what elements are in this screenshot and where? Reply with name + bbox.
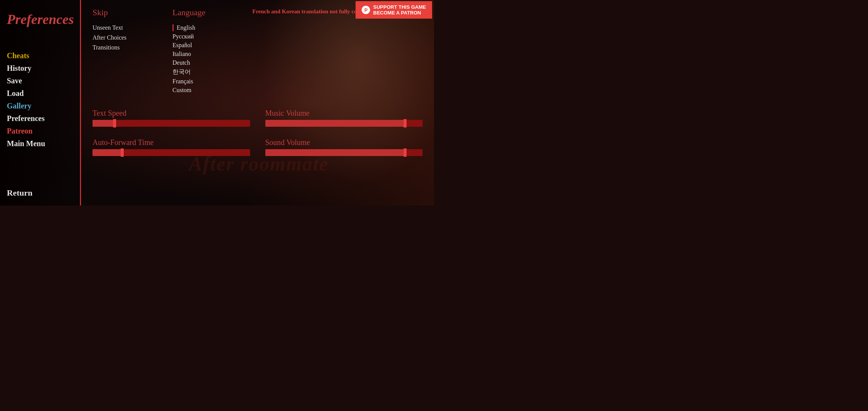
bottom-section: Text Speed Auto-Forward Time <box>93 109 423 161</box>
nav-item-save[interactable]: Save <box>7 75 73 86</box>
music-volume-thumb[interactable] <box>404 119 407 127</box>
language-title: Language <box>172 8 237 18</box>
sound-volume-thumb[interactable] <box>404 148 407 157</box>
skip-transitions[interactable]: Transitions <box>93 44 157 51</box>
auto-forward-track <box>93 149 250 156</box>
lang-custom[interactable]: Custom <box>172 87 237 94</box>
lang-english[interactable]: English <box>172 24 237 31</box>
right-sliders: Music Volume Sound Volume <box>265 109 423 161</box>
patreon-button-text: SUPPORT THIS GAME BECOME A PATRON <box>373 4 426 16</box>
sound-volume-track <box>265 149 423 156</box>
auto-forward-thumb[interactable] <box>121 148 124 157</box>
text-speed-thumb[interactable] <box>113 119 116 127</box>
skip-items: Unseen Text After Choices Transitions <box>93 24 157 51</box>
left-sliders: Text Speed Auto-Forward Time <box>93 109 250 161</box>
skip-unseen-text[interactable]: Unseen Text <box>93 24 157 31</box>
patreon-support-button[interactable]: SUPPORT THIS GAME BECOME A PATRON <box>356 1 432 19</box>
lang-korean[interactable]: 한국어 <box>172 68 237 76</box>
skip-after-choices[interactable]: After Choices <box>93 34 157 41</box>
music-volume-label: Music Volume <box>265 109 423 118</box>
nav-menu: Cheats History Save Load Gallery Prefere… <box>7 50 73 184</box>
sidebar: Preferences Cheats History Save Load Gal… <box>0 0 80 206</box>
auto-forward-fill <box>93 149 121 156</box>
nav-item-gallery[interactable]: Gallery <box>7 100 73 112</box>
sidebar-divider <box>80 0 81 206</box>
nav-item-cheats[interactable]: Cheats <box>7 50 73 61</box>
nav-item-history[interactable]: History <box>7 63 73 74</box>
language-section: Language English Русский Español Italian… <box>172 8 237 94</box>
nav-item-patreon[interactable]: Patreon <box>7 126 73 137</box>
text-speed-track <box>93 120 250 127</box>
skip-section: Skip Unseen Text After Choices Transitio… <box>93 8 157 94</box>
patreon-icon <box>362 6 370 14</box>
lang-german[interactable]: Deutch <box>172 59 237 66</box>
music-volume-fill <box>265 120 404 127</box>
lang-russian[interactable]: Русский <box>172 33 237 40</box>
nav-item-load[interactable]: Load <box>7 88 73 99</box>
nav-item-preferences[interactable]: Preferences <box>7 113 73 124</box>
page-title: Preferences <box>7 11 73 27</box>
auto-forward-label: Auto-Forward Time <box>93 138 250 147</box>
lang-spanish[interactable]: Español <box>172 42 237 49</box>
auto-forward-section: Auto-Forward Time <box>93 138 250 156</box>
main-content: Skip Unseen Text After Choices Transitio… <box>81 0 434 206</box>
nav-item-main-menu[interactable]: Main Menu <box>7 138 73 149</box>
music-volume-track <box>265 120 423 127</box>
music-volume-slider[interactable] <box>265 120 423 127</box>
sound-volume-slider[interactable] <box>265 149 423 156</box>
text-speed-fill <box>93 120 113 127</box>
text-speed-section: Text Speed <box>93 109 250 127</box>
sound-volume-label: Sound Volume <box>265 138 423 147</box>
lang-italian[interactable]: Italiano <box>172 51 237 57</box>
nav-return-button[interactable]: Return <box>7 184 73 198</box>
auto-forward-slider[interactable] <box>93 149 250 156</box>
note-section: French and Korean translation not fully … <box>252 8 423 94</box>
text-speed-label: Text Speed <box>93 109 250 118</box>
lang-french[interactable]: Français <box>172 78 237 85</box>
music-volume-section: Music Volume <box>265 109 423 127</box>
language-items: English Русский Español Italiano Deutch … <box>172 24 237 94</box>
sound-volume-fill <box>265 149 404 156</box>
sound-volume-section: Sound Volume <box>265 138 423 156</box>
lang-selected-indicator <box>172 24 174 31</box>
skip-title: Skip <box>93 8 157 18</box>
text-speed-slider[interactable] <box>93 120 250 127</box>
top-section: Skip Unseen Text After Choices Transitio… <box>93 8 423 94</box>
